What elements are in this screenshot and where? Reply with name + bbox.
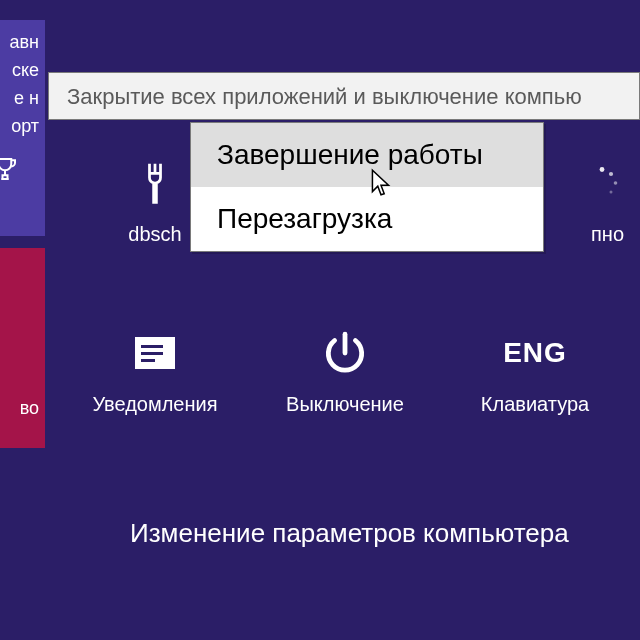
tile-text: орт: [0, 112, 39, 140]
charm-row-2: Уведомления Выключение ENG Клавиатура: [60, 320, 640, 416]
charm-power[interactable]: Выключение: [250, 320, 440, 416]
charm-notifications[interactable]: Уведомления: [60, 320, 250, 416]
svg-rect-5: [141, 345, 163, 348]
power-tooltip: Закрытие всех приложений и выключение ко…: [48, 72, 640, 120]
tile-crimson[interactable]: во: [0, 248, 45, 448]
tile-text: е н: [0, 84, 39, 112]
change-pc-settings-link[interactable]: Изменение параметров компьютера: [130, 518, 640, 549]
power-icon: [250, 320, 440, 385]
svg-point-1: [609, 171, 613, 175]
tile-purple[interactable]: авн ске е н орт: [0, 20, 45, 236]
svg-point-0: [600, 167, 605, 172]
charm-keyboard[interactable]: ENG Клавиатура: [440, 320, 630, 416]
tile-text: авн: [0, 28, 39, 56]
trophy-icon: [0, 154, 39, 184]
keyboard-icon: ENG: [440, 320, 630, 385]
tile-text: ске: [0, 56, 39, 84]
svg-point-2: [614, 181, 618, 185]
charm-label: Уведомления: [60, 393, 250, 416]
menu-item-shutdown[interactable]: Завершение работы: [191, 123, 543, 187]
svg-rect-6: [141, 352, 163, 355]
svg-rect-7: [141, 359, 155, 362]
start-tiles-edge: авн ске е н орт во: [0, 20, 45, 448]
menu-item-restart[interactable]: Перезагрузка: [191, 187, 543, 251]
tile-text: во: [20, 398, 39, 418]
svg-point-3: [610, 190, 613, 193]
charm-label: Выключение: [250, 393, 440, 416]
charm-label: Клавиатура: [440, 393, 630, 416]
power-menu: Завершение работы Перезагрузка: [190, 122, 544, 252]
notifications-icon: [60, 320, 250, 385]
